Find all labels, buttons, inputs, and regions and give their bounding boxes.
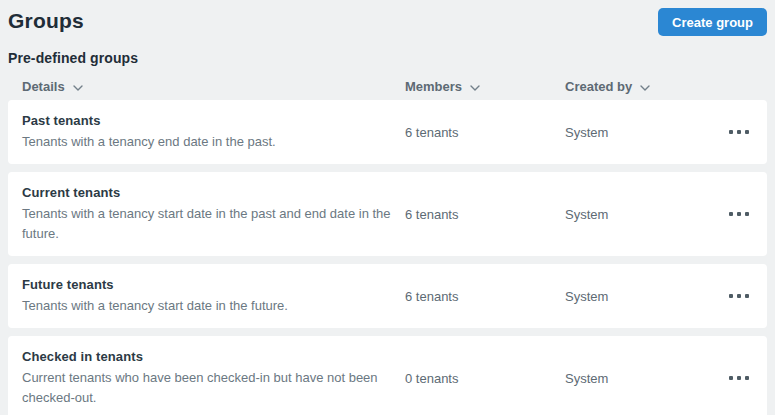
group-row-future-tenants[interactable]: Future tenants Tenants with a tenancy st… — [8, 264, 767, 328]
group-actions-cell — [713, 206, 753, 222]
group-details-cell: Past tenants Tenants with a tenancy end … — [22, 112, 405, 152]
group-name: Future tenants — [22, 276, 405, 294]
ellipsis-icon — [729, 376, 733, 380]
table-header: Details Members Created by — [8, 73, 767, 100]
group-row-past-tenants[interactable]: Past tenants Tenants with a tenancy end … — [8, 100, 767, 164]
column-header-details-label: Details — [22, 79, 65, 94]
group-actions-cell — [713, 370, 753, 386]
group-members-count: 6 tenants — [405, 207, 565, 222]
group-description: Current tenants who have been checked-in… — [22, 368, 405, 408]
chevron-down-icon — [73, 85, 83, 91]
group-members-count: 0 tenants — [405, 371, 565, 386]
more-actions-button[interactable] — [725, 124, 753, 140]
group-details-cell: Checked in tenants Current tenants who h… — [22, 348, 405, 408]
page-header: Groups Create group — [8, 8, 767, 36]
column-header-details[interactable]: Details — [22, 79, 405, 94]
group-details-cell: Current tenants Tenants with a tenancy s… — [22, 184, 405, 244]
group-members-count: 6 tenants — [405, 289, 565, 304]
more-actions-button[interactable] — [725, 288, 753, 304]
column-header-members[interactable]: Members — [405, 79, 565, 94]
group-actions-cell — [713, 124, 753, 140]
chevron-down-icon — [640, 85, 650, 91]
column-header-created-by[interactable]: Created by — [565, 79, 713, 94]
more-actions-button[interactable] — [725, 206, 753, 222]
group-created-by: System — [565, 207, 713, 222]
create-group-button[interactable]: Create group — [658, 8, 767, 36]
group-name: Checked in tenants — [22, 348, 405, 366]
column-header-members-label: Members — [405, 79, 462, 94]
group-actions-cell — [713, 288, 753, 304]
group-created-by: System — [565, 289, 713, 304]
group-description: Tenants with a tenancy end date in the p… — [22, 132, 405, 152]
groups-page: Groups Create group Pre-defined groups D… — [0, 0, 775, 415]
section-title: Pre-defined groups — [8, 50, 767, 66]
more-actions-button[interactable] — [725, 370, 753, 386]
chevron-down-icon — [470, 85, 480, 91]
ellipsis-icon — [729, 212, 733, 216]
group-created-by: System — [565, 125, 713, 140]
ellipsis-icon — [729, 294, 733, 298]
group-details-cell: Future tenants Tenants with a tenancy st… — [22, 276, 405, 316]
ellipsis-icon — [729, 130, 733, 134]
column-header-created-by-label: Created by — [565, 79, 632, 94]
group-row-checked-in-tenants[interactable]: Checked in tenants Current tenants who h… — [8, 336, 767, 415]
group-members-count: 6 tenants — [405, 125, 565, 140]
group-description: Tenants with a tenancy start date in the… — [22, 296, 405, 316]
group-description: Tenants with a tenancy start date in the… — [22, 204, 405, 244]
group-row-current-tenants[interactable]: Current tenants Tenants with a tenancy s… — [8, 172, 767, 256]
page-title: Groups — [8, 8, 84, 33]
group-name: Past tenants — [22, 112, 405, 130]
group-created-by: System — [565, 371, 713, 386]
group-name: Current tenants — [22, 184, 405, 202]
